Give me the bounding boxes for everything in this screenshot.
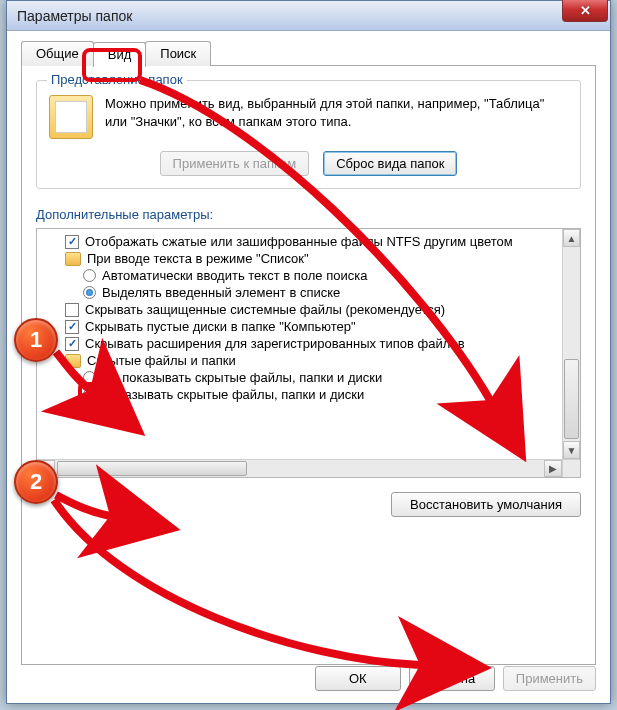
- folder-options-dialog: Параметры папок ✕ Общие Вид Поиск Предст…: [6, 0, 611, 704]
- scroll-up-arrow-icon[interactable]: ▲: [563, 229, 580, 247]
- folder-views-title: Представление папок: [47, 72, 187, 87]
- reset-folders-button[interactable]: Сброс вида папок: [323, 151, 457, 176]
- folder-views-description: Можно применить вид, выбранный для этой …: [105, 95, 568, 130]
- scroll-down-arrow-icon[interactable]: ▼: [563, 441, 580, 459]
- folder-node-icon: [65, 252, 81, 266]
- annotation-step-2: 2: [14, 460, 58, 504]
- row-show-hidden[interactable]: Показывать скрытые файлы, папки и диски: [39, 386, 560, 403]
- close-icon: ✕: [580, 3, 591, 18]
- folder-icon: [49, 95, 93, 139]
- radio-type-ahead-select[interactable]: [83, 286, 96, 299]
- ok-button[interactable]: ОК: [315, 666, 401, 691]
- row-type-ahead-group[interactable]: При вводе текста в режиме "Список": [39, 250, 560, 267]
- checkbox-hide-empty-drives[interactable]: ✓: [65, 320, 79, 334]
- tab-strip: Общие Вид Поиск: [21, 41, 596, 66]
- tab-view[interactable]: Вид: [93, 42, 147, 67]
- row-hidden-files-group[interactable]: Скрытые файлы и папки: [39, 352, 560, 369]
- apply-button[interactable]: Применить: [503, 666, 596, 691]
- row-hide-extensions[interactable]: ✓ Скрывать расширения для зарегистрирова…: [39, 335, 560, 352]
- close-button[interactable]: ✕: [562, 0, 608, 22]
- window-title: Параметры папок: [17, 8, 132, 24]
- titlebar[interactable]: Параметры папок ✕: [7, 1, 610, 31]
- row-dont-show-hidden[interactable]: Не показывать скрытые файлы, папки и дис…: [39, 369, 560, 386]
- horizontal-scroll-thumb[interactable]: [57, 461, 247, 476]
- row-hide-empty-drives[interactable]: ✓ Скрывать пустые диски в папке "Компьют…: [39, 318, 560, 335]
- dialog-button-row: ОК Отмена Применить: [315, 666, 596, 691]
- cancel-button[interactable]: Отмена: [409, 666, 495, 691]
- folder-node-icon: [65, 354, 81, 368]
- tab-search[interactable]: Поиск: [145, 41, 211, 66]
- tab-general[interactable]: Общие: [21, 41, 94, 66]
- scroll-corner: [562, 459, 580, 477]
- annotation-step-1: 1: [14, 318, 58, 362]
- radio-type-ahead-auto[interactable]: [83, 269, 96, 282]
- row-show-compressed[interactable]: ✓ Отображать сжатые или зашифрованные фа…: [39, 233, 560, 250]
- restore-defaults-button[interactable]: Восстановить умолчания: [391, 492, 581, 517]
- checkbox-hide-extensions[interactable]: ✓: [65, 337, 79, 351]
- advanced-settings-tree[interactable]: ✓ Отображать сжатые или зашифрованные фа…: [37, 229, 562, 459]
- checkbox-show-compressed[interactable]: ✓: [65, 235, 79, 249]
- vertical-scroll-thumb[interactable]: [564, 359, 579, 439]
- scroll-right-arrow-icon[interactable]: ▶: [544, 460, 562, 477]
- radio-show-hidden[interactable]: [83, 388, 96, 401]
- folder-views-group: Представление папок Можно применить вид,…: [36, 80, 581, 189]
- radio-dont-show-hidden[interactable]: [83, 371, 96, 384]
- advanced-settings-label: Дополнительные параметры:: [36, 207, 581, 222]
- advanced-settings-list: ✓ Отображать сжатые или зашифрованные фа…: [36, 228, 581, 478]
- checkbox-hide-protected[interactable]: [65, 303, 79, 317]
- row-type-ahead-select[interactable]: Выделять введенный элемент в списке: [39, 284, 560, 301]
- apply-to-folders-button[interactable]: Применить к папкам: [160, 151, 310, 176]
- vertical-scrollbar[interactable]: ▲ ▼: [562, 229, 580, 459]
- horizontal-scrollbar[interactable]: ◀ ▶: [37, 459, 562, 477]
- tab-panel-view: Представление папок Можно применить вид,…: [21, 65, 596, 665]
- row-type-ahead-auto[interactable]: Автоматически вводить текст в поле поиск…: [39, 267, 560, 284]
- row-hide-protected[interactable]: Скрывать защищенные системные файлы (рек…: [39, 301, 560, 318]
- client-area: Общие Вид Поиск Представление папок Можн…: [7, 31, 610, 675]
